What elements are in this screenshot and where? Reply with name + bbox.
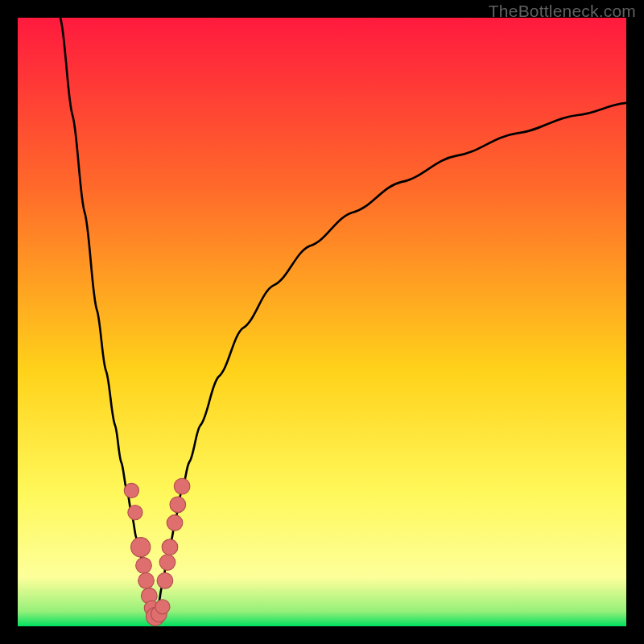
data-dot (128, 506, 142, 520)
curve-right (155, 103, 626, 617)
plot-area (18, 18, 626, 626)
curve-left (60, 18, 155, 617)
data-dot (159, 555, 175, 571)
data-dot (174, 478, 190, 494)
data-dot (131, 538, 151, 557)
chart-frame: TheBottleneck.com (0, 0, 644, 644)
data-dot (167, 515, 183, 531)
data-dot (162, 539, 178, 555)
data-dot (155, 600, 170, 614)
data-dot (136, 558, 152, 574)
data-dot (170, 497, 186, 513)
curve-layer (18, 18, 626, 626)
data-dots (124, 478, 190, 625)
data-dot (138, 572, 155, 588)
data-dot (124, 483, 138, 497)
watermark-text: TheBottleneck.com (489, 2, 636, 21)
data-dot (157, 572, 173, 588)
